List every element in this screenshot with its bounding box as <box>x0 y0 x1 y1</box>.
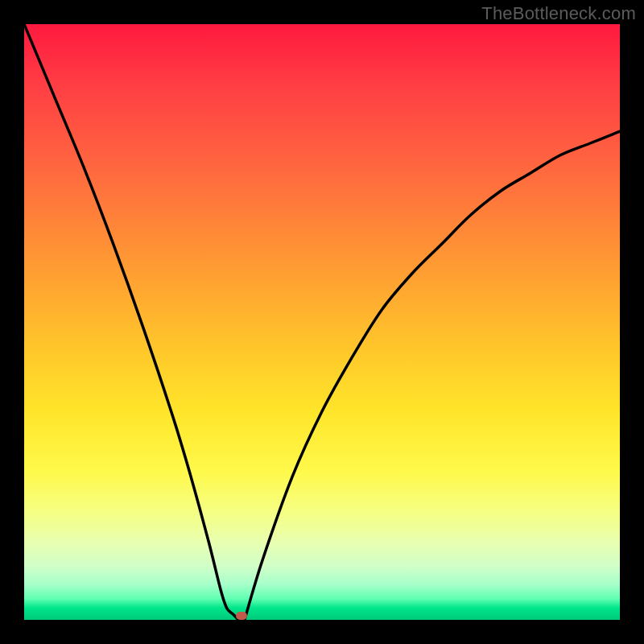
chart-frame: TheBottleneck.com <box>0 0 644 644</box>
optimal-point-marker <box>236 612 247 620</box>
bottleneck-curve <box>24 24 620 620</box>
plot-area <box>24 24 620 620</box>
watermark-text: TheBottleneck.com <box>481 3 636 24</box>
curve-path <box>24 24 620 620</box>
